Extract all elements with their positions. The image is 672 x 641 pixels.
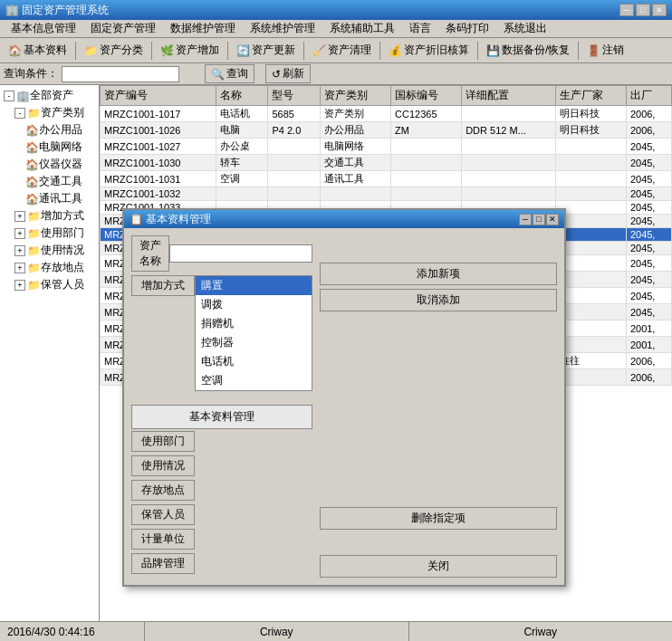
search-input[interactable] — [62, 66, 179, 82]
tree-instruments[interactable]: 🏠 仪器仪器 — [24, 156, 97, 173]
header-code: 国标编号 — [391, 86, 462, 106]
menu-system-tools[interactable]: 系统辅助工具 — [322, 19, 402, 38]
dropdown-item-4[interactable]: 电话机 — [196, 352, 312, 371]
dialog-title: 基本资料管理 — [146, 212, 519, 227]
search-icon: 🔍 — [211, 68, 225, 81]
asset-name-input[interactable] — [169, 244, 312, 263]
table-row[interactable]: MRZC1001-1017电话机5685资产类别CC12365明日科技2006, — [101, 106, 672, 122]
refresh-button[interactable]: ↺ 刷新 — [265, 64, 311, 83]
add-icon: 🌿 — [160, 44, 174, 57]
tree-transport[interactable]: 🏠 交通工具 — [24, 173, 97, 190]
table-cell — [391, 139, 462, 155]
search-label: 查询条件： — [4, 66, 58, 81]
dropdown-item-5[interactable]: 空调 — [196, 371, 312, 390]
toolbar-asset-update[interactable]: 🔄 资产更新 — [232, 40, 300, 61]
toolbar-asset-clean[interactable]: 🧹 资产清理 — [308, 40, 376, 61]
table-row[interactable]: MRZC1001-1026电脑P4 2.0办公用品ZMDDR 512 M...明… — [101, 122, 672, 139]
tree-office-supplies[interactable]: 🏠 办公用品 — [24, 121, 97, 139]
tree-expand-dept[interactable]: + — [14, 228, 25, 239]
table-cell: 2001, — [626, 320, 671, 337]
tree-root[interactable]: - 🏢 全部资产 — [2, 87, 97, 104]
dropdown-item-1[interactable]: 调拨 — [196, 295, 312, 314]
manager-label[interactable]: 保管人员 — [131, 504, 195, 525]
tree-computer-network[interactable]: 🏠 电脑网络 — [24, 139, 97, 156]
close-button[interactable]: ✕ — [652, 4, 667, 16]
table-cell: 电脑 — [216, 122, 268, 139]
menu-system-maintenance[interactable]: 系统维护管理 — [243, 19, 322, 38]
query-button[interactable]: 🔍 查询 — [205, 64, 254, 83]
tree-dept[interactable]: + 📁 使用部门 — [13, 225, 97, 242]
toolbar: 🏠 基本资料 📁 资产分类 🌿 资产增加 🔄 资产更新 🧹 资产清理 💰 资产折… — [0, 38, 672, 63]
tree-location[interactable]: + 📁 存放地点 — [13, 259, 97, 276]
table-cell: MRZC1001-1017 — [101, 106, 216, 122]
toolbar-depreciation[interactable]: 💰 资产折旧核算 — [384, 40, 474, 61]
add-new-button[interactable]: 添加新项 — [320, 263, 557, 285]
dialog-minimize[interactable]: ─ — [519, 214, 532, 225]
dropdown-item-2[interactable]: 捐赠机 — [196, 314, 312, 333]
search-bar: 查询条件： 🔍 查询 ↺ 刷新 — [0, 63, 672, 85]
tree-asset-category[interactable]: - 📁 资产类别 — [13, 104, 97, 121]
table-cell: 2045, — [626, 201, 671, 215]
dept-label[interactable]: 使用部门 — [131, 431, 195, 452]
toolbar-asset-add[interactable]: 🌿 资产增加 — [156, 40, 224, 61]
menu-fixed-assets[interactable]: 固定资产管理 — [83, 19, 163, 38]
table-cell — [268, 187, 321, 201]
tree-usage[interactable]: + 📁 使用情况 — [13, 242, 97, 259]
menu-exit[interactable]: 系统退出 — [496, 19, 554, 38]
cancel-add-button[interactable]: 取消添加 — [320, 289, 557, 311]
separator-5 — [379, 42, 380, 60]
delete-item-button[interactable]: 删除指定项 — [320, 507, 557, 530]
tree-comm-tools[interactable]: 🏠 通讯工具 — [24, 190, 97, 207]
tree-leaf-icon-3: 🏠 — [25, 158, 39, 171]
folder-icon: 📁 — [84, 44, 98, 57]
tree-expand-category[interactable]: - — [14, 108, 25, 119]
toolbar-asset-category[interactable]: 📁 资产分类 — [80, 40, 148, 61]
form-row-location: 存放地点 — [131, 480, 312, 501]
menu-barcode[interactable]: 条码打印 — [438, 19, 496, 38]
tree-expand-manager[interactable]: + — [14, 280, 25, 291]
close-button[interactable]: 关闭 — [320, 555, 557, 578]
brand-label[interactable]: 品牌管理 — [131, 553, 195, 574]
tree-expand-root[interactable]: - — [4, 91, 14, 101]
status-company1: Criway — [145, 622, 409, 641]
toolbar-basic-data[interactable]: 🏠 基本资料 — [4, 40, 72, 61]
center-label: 基本资料管理 — [131, 405, 312, 429]
center-area: 基本资料管理 — [131, 405, 312, 429]
tree-manager[interactable]: + 📁 保管人员 — [13, 276, 97, 293]
tree-add-method[interactable]: + 📁 增加方式 — [13, 207, 97, 225]
menu-basic-info[interactable]: 基本信息管理 — [4, 19, 83, 38]
unit-label[interactable]: 计量单位 — [131, 529, 195, 550]
left-tree: - 🏢 全部资产 - 📁 资产类别 🏠 办公用品 🏠 电脑网络 🏠 — [0, 85, 100, 621]
toolbar-logout[interactable]: 🚪 注销 — [582, 40, 629, 61]
add-method-label[interactable]: 增加方式 — [131, 275, 195, 296]
table-cell — [555, 139, 626, 155]
table-cell — [462, 187, 556, 201]
menu-language[interactable]: 语言 — [402, 19, 438, 38]
table-cell — [555, 272, 626, 288]
table-cell: 轿车 — [216, 155, 268, 171]
tree-expand-addmethod[interactable]: + — [14, 211, 25, 222]
location-label[interactable]: 存放地点 — [131, 480, 195, 501]
dropdown-item-3[interactable]: 控制器 — [196, 333, 312, 352]
form-row-brand: 品牌管理 — [131, 553, 312, 574]
tree-category-icon: 📁 — [27, 107, 41, 120]
table-cell: 2006, — [626, 369, 671, 386]
dialog-close[interactable]: ✕ — [546, 214, 559, 225]
table-cell: 2006, — [626, 353, 671, 369]
dropdown-item-0[interactable]: 購置 — [196, 276, 312, 295]
tree-expand-location[interactable]: + — [14, 263, 25, 273]
dialog-maximize[interactable]: □ — [533, 214, 545, 225]
maximize-button[interactable]: □ — [636, 4, 650, 16]
minimize-button[interactable]: ─ — [619, 4, 634, 16]
usage-label[interactable]: 使用情况 — [131, 455, 195, 476]
table-row[interactable]: MRZC1001-1031空调通讯工具2045, — [101, 171, 672, 187]
table-row[interactable]: MRZC1001-1030轿车交通工具2045, — [101, 155, 672, 171]
tree-expand-usage[interactable]: + — [14, 245, 25, 256]
basic-data-dialog[interactable]: 📋 基本资料管理 ─ □ ✕ 资产名称 增加方式 — [122, 208, 566, 587]
toolbar-backup[interactable]: 💾 数据备份/恢复 — [482, 40, 574, 61]
asset-name-label[interactable]: 资产名称 — [131, 235, 169, 272]
table-cell: 2006, — [626, 122, 671, 139]
menu-data-maintenance[interactable]: 数据维护管理 — [163, 19, 243, 38]
table-row[interactable]: MRZC1001-10322045, — [101, 187, 672, 201]
table-row[interactable]: MRZC1001-1027办公桌电脑网络2045, — [101, 139, 672, 155]
